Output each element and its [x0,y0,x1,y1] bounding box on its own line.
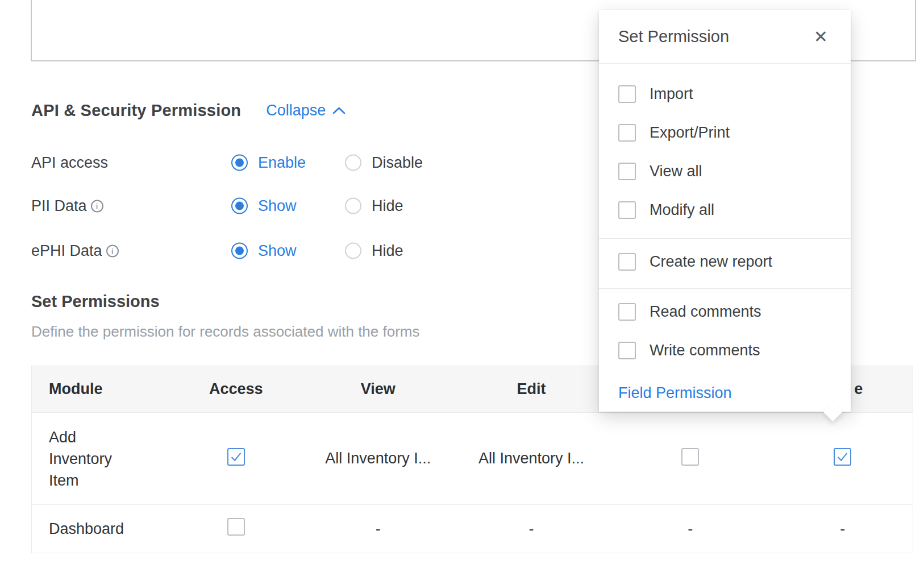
popup-group-main: Import Export/Print View all Modify all [599,64,851,239]
col-header-edit: Edit [455,366,608,413]
edit-cell: - [455,505,608,553]
popup-group-report: Create new report [599,239,851,289]
field-permission-link[interactable]: Field Permission [618,384,732,402]
popup-item-label[interactable]: Import [650,85,693,103]
checkbox-unchecked[interactable] [618,253,636,271]
field-label: PII Data [31,197,87,215]
popup-item-label[interactable]: Create new report [650,253,772,271]
checkbox-unchecked[interactable] [618,201,636,219]
field-label: API access [31,154,108,172]
ephi-data-label: ePHI Data i [31,242,119,260]
popup-item-label[interactable]: Read comments [650,303,761,321]
chevron-up-icon [332,107,346,114]
api-access-label: API access [31,154,108,172]
api-access-enable-option[interactable]: Enable [231,154,306,172]
check-icon [228,449,244,465]
ephi-data-row: ePHI Data i Show Hide [31,235,543,267]
ephi-show-option[interactable]: Show [231,242,297,260]
radio-label[interactable]: Show [258,197,297,215]
permissions-page: API & Security Permission Collapse API a… [0,0,924,572]
col-header-module: Module [32,366,171,413]
popup-item-label[interactable]: Write comments [650,342,760,359]
field-label: ePHI Data [31,242,102,260]
radio-label[interactable]: Disable [372,154,423,172]
module-name: Dashboard [49,518,124,540]
table-row: Dashboard - - - - [32,505,913,553]
col6-cell [773,413,913,505]
checkbox-unchecked[interactable] [618,342,636,359]
module-cell: Add Inventory Item [32,413,171,505]
radio-label[interactable]: Hide [372,197,403,215]
popup-item-write-comments[interactable]: Write comments [599,331,851,370]
api-access-row: API access Enable Disable [31,147,543,179]
popup-item-modify-all[interactable]: Modify all [599,190,851,229]
checkbox-unchecked[interactable] [618,124,636,142]
popup-item-label[interactable]: Export/Print [650,124,730,142]
popup-item-label[interactable]: Modify all [650,201,714,219]
access-checkbox-unchecked[interactable] [227,518,245,536]
access-checkbox-checked[interactable] [227,448,245,466]
col5-cell: - [608,505,773,553]
pii-hide-option[interactable]: Hide [345,197,403,215]
col6-cell: - [773,505,913,553]
pii-show-option[interactable]: Show [231,197,297,215]
col6-checkbox-checked[interactable] [834,448,851,466]
api-access-disable-option[interactable]: Disable [345,154,423,172]
radio-unselected[interactable] [345,198,361,214]
popup-item-read-comments[interactable]: Read comments [599,292,851,331]
popup-item-export-print[interactable]: Export/Print [599,113,851,152]
set-permissions-title: Set Permissions [31,292,160,311]
pii-data-row: PII Data i Show Hide [31,190,543,222]
popup-item-label[interactable]: View all [650,163,702,180]
popup-item-import[interactable]: Import [599,74,851,113]
info-icon[interactable]: i [106,244,119,257]
check-icon [835,449,850,465]
col-header-partial-text: e [854,380,863,398]
ephi-hide-option[interactable]: Hide [345,242,403,260]
radio-selected[interactable] [231,198,248,214]
info-icon[interactable]: i [91,200,103,212]
pii-data-label: PII Data i [31,197,103,215]
radio-selected[interactable] [231,243,248,259]
checkbox-unchecked[interactable] [618,163,636,180]
table-row: Add Inventory Item All Inventory I... Al… [32,413,913,505]
radio-label[interactable]: Hide [372,242,403,260]
set-permission-popup: Set Permission ✕ Import Export/Print Vie… [599,10,851,412]
col-header-access: Access [170,366,301,413]
close-icon[interactable]: ✕ [814,28,828,45]
radio-selected[interactable] [231,155,248,171]
collapse-label: Collapse [266,102,326,119]
section-title: API & Security Permission [31,101,241,120]
api-security-section-header: API & Security Permission Collapse [31,101,346,120]
popup-item-create-new-report[interactable]: Create new report [599,242,851,281]
popup-header: Set Permission ✕ [599,10,851,64]
set-permissions-subtitle: Define the permission for records associ… [31,323,420,341]
radio-label[interactable]: Show [258,242,297,260]
checkbox-unchecked[interactable] [618,303,636,321]
edit-cell[interactable]: All Inventory I... [455,413,608,505]
collapse-link[interactable]: Collapse [266,102,346,119]
module-name: Add Inventory Item [49,426,128,491]
popup-item-view-all[interactable]: View all [599,152,851,190]
checkbox-unchecked[interactable] [618,85,636,103]
col5-checkbox-unchecked[interactable] [681,448,699,466]
col5-cell [608,413,773,505]
radio-label[interactable]: Enable [258,154,306,172]
access-cell [170,505,301,553]
view-cell[interactable]: All Inventory I... [301,413,455,505]
popup-group-comments: Read comments Write comments Field Permi… [599,289,851,402]
view-cell: - [301,505,455,553]
access-cell [170,413,301,505]
module-cell: Dashboard [32,505,171,553]
radio-unselected[interactable] [345,155,361,171]
radio-unselected[interactable] [345,243,361,259]
col-header-view: View [301,366,455,413]
popup-title: Set Permission [618,27,729,46]
